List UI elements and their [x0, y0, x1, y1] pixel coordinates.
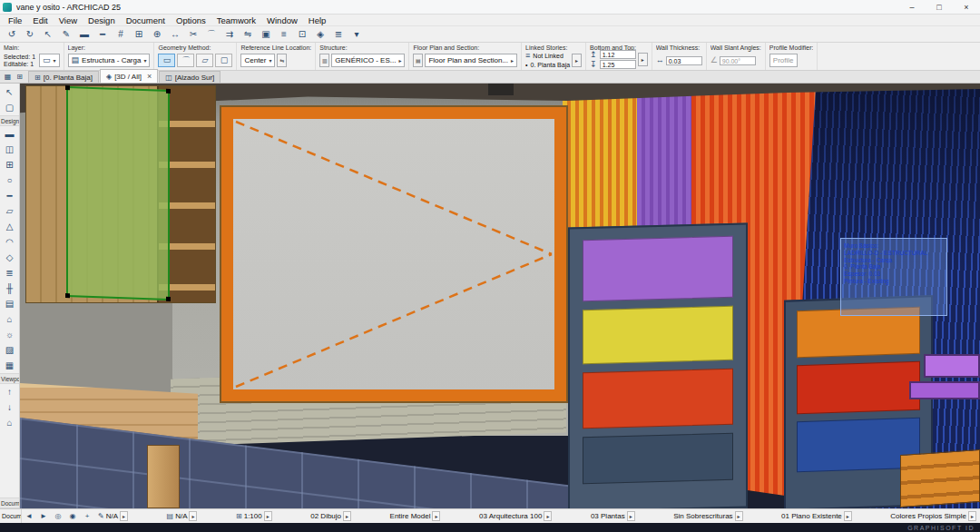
wood-post[interactable] — [147, 445, 180, 508]
visibility-button[interactable]: ◉ — [65, 512, 80, 520]
structure-type-button[interactable]: ▥ — [319, 54, 329, 67]
shell-tool[interactable]: ◠ — [0, 234, 19, 250]
chevron-right-icon[interactable]: ▸ — [264, 511, 272, 521]
view-colors-field[interactable]: Colores Propios Simple ▸ — [890, 511, 976, 521]
tab-0-planta-baja[interactable]: ⊞ [0. Planta Baja] — [28, 71, 99, 83]
layers-button[interactable]: ≡ — [276, 27, 292, 42]
display-mode-button[interactable]: ▤ — [413, 54, 423, 67]
shelf-cubby-dark[interactable] — [583, 433, 733, 484]
selection-handle[interactable] — [65, 85, 70, 90]
roof-tool[interactable]: △ — [0, 219, 19, 234]
scale-field[interactable]: ⊞ 1:100 ▸ — [236, 511, 272, 521]
layer-combination-field[interactable]: 02 Dibujo ▸ — [310, 511, 351, 521]
mesh-tool[interactable]: ▦ — [0, 358, 19, 373]
menu-design[interactable]: Design — [83, 15, 121, 25]
graphic-override-field[interactable]: Sin Sobrescrituras ▸ — [673, 511, 742, 521]
floor-plan-field[interactable]: 03 Plantas ▸ — [591, 511, 635, 521]
shelf-unit-left[interactable] — [568, 222, 748, 508]
menu-document[interactable]: Document — [121, 15, 171, 25]
document-palette-label[interactable]: Docume — [0, 509, 22, 523]
beam-favourite-button[interactable]: ━ — [94, 27, 111, 42]
chevron-right-icon[interactable]: ▸ — [968, 511, 976, 521]
flip-reference-button[interactable]: ⇆ — [277, 54, 287, 67]
structure-display-field[interactable]: Entire Model ▸ — [390, 511, 441, 521]
guide-lines-button[interactable]: ⊞ — [131, 27, 147, 42]
layer-dropdown[interactable]: ▤ Estructura - Carga ▾ — [68, 54, 151, 67]
minimize-button[interactable]: – — [898, 0, 926, 14]
shelf-cubby-yellow[interactable] — [583, 306, 733, 364]
home-story[interactable]: • 0. Planta Baja — [525, 61, 570, 69]
shelf-cubby-red[interactable] — [583, 369, 733, 429]
menu-options[interactable]: Options — [171, 15, 211, 25]
orange-window[interactable] — [221, 107, 566, 401]
zone-tool[interactable]: ▨ — [0, 342, 19, 358]
menu-view[interactable]: View — [54, 15, 83, 25]
orange-planks[interactable] — [900, 449, 980, 507]
snap-points-button[interactable]: ⊕ — [149, 27, 165, 42]
purple-slab-lower[interactable] — [909, 381, 980, 399]
3d-viewport[interactable]: Muro Básico:LADRILLO-D - ESTRUCTURALEstr… — [20, 84, 980, 508]
marquee-tool[interactable]: ▢ — [0, 100, 19, 115]
wall-favourite-button[interactable]: ▬ — [76, 27, 93, 42]
back-button[interactable]: ◄ — [22, 512, 36, 520]
structure-dropdown[interactable]: GENÉRICO - ES... ▸ — [331, 54, 405, 67]
chevron-right-icon[interactable]: ▸ — [189, 511, 197, 521]
chevron-right-icon[interactable]: ▸ — [544, 511, 552, 521]
chevron-right-icon[interactable]: ▸ — [120, 511, 128, 521]
new-tab-button[interactable]: ⊞ — [14, 73, 25, 81]
tab-3d-all[interactable]: ◈ [3D / All] × — [100, 69, 158, 83]
column-tool[interactable]: ○ — [0, 172, 19, 188]
chevron-right-icon[interactable]: ▸ — [627, 511, 635, 521]
viewpoint-home-tool[interactable]: ⌂ — [0, 415, 19, 430]
reference-line-dropdown[interactable]: Center ▾ — [240, 54, 275, 67]
zoom-extent-button[interactable]: ⊡ — [294, 27, 310, 42]
fillet-button[interactable]: ⌒ — [203, 27, 220, 42]
trim-button[interactable]: ✂ — [185, 27, 201, 42]
wall-thickness-input[interactable]: 0.03 — [666, 56, 702, 65]
override-pen-field[interactable]: ▤ N/A ▸ — [167, 511, 198, 521]
redo-button[interactable]: ↻ — [22, 27, 38, 42]
chevron-right-icon[interactable]: ▸ — [844, 511, 852, 521]
viewpoint-up-tool[interactable]: ↑ — [0, 384, 19, 399]
beam-tool[interactable]: ━ — [0, 188, 19, 203]
morph-tool[interactable]: ◇ — [0, 250, 19, 265]
tab-close-icon[interactable]: × — [147, 72, 152, 81]
top-offset-input[interactable]: 1.12 — [600, 50, 636, 59]
chevron-right-icon[interactable]: ▸ — [735, 511, 743, 521]
group-button[interactable]: ▣ — [258, 27, 274, 42]
tracker-button[interactable]: + — [80, 512, 94, 520]
object-tool[interactable]: ⌂ — [0, 311, 19, 327]
selection-handle[interactable] — [65, 293, 70, 298]
pen-set-field[interactable]: ✎ N/A ▸ — [98, 511, 128, 521]
link-state[interactable]: ≡ Not Linked — [525, 52, 570, 60]
geometry-trapezoid-button[interactable]: ▱ — [196, 54, 213, 67]
wood-cabinet[interactable] — [25, 85, 216, 303]
chevron-right-icon[interactable]: ▸ — [343, 511, 351, 521]
stories-button[interactable]: ≣ — [330, 27, 347, 42]
undo-button[interactable]: ↺ — [4, 27, 20, 42]
view-3d-button[interactable]: ◈ — [312, 27, 328, 42]
bottom-offset-input[interactable]: 1.25 — [600, 60, 636, 69]
viewpoint-down-tool[interactable]: ↓ — [0, 399, 19, 415]
arrow-button[interactable]: ↖ — [40, 27, 56, 42]
comment-button[interactable]: ◎ — [51, 512, 65, 520]
selected-glass-panel[interactable] — [66, 86, 170, 300]
forward-button[interactable]: ► — [36, 512, 51, 520]
arrow-tool[interactable]: ↖ — [0, 84, 19, 100]
tab-alzado-sur[interactable]: ◫ [Alzado Sur] — [159, 71, 220, 83]
curtain-wall-tool[interactable]: ▤ — [0, 296, 19, 311]
menu-teamwork[interactable]: Teamwork — [211, 15, 261, 25]
mirror-button[interactable]: ⇋ — [240, 27, 256, 42]
menu-edit[interactable]: Edit — [27, 15, 53, 25]
offset-button[interactable]: ⇉ — [221, 27, 238, 42]
pencil-button[interactable]: ✎ — [58, 27, 74, 42]
floor-plan-section-dropdown[interactable]: Floor Plan and Section... ▸ — [425, 54, 517, 67]
window-tool[interactable]: ⊞ — [0, 157, 19, 172]
dimension-style-field[interactable]: 03 Arquitectura 100 ▸ — [479, 511, 552, 521]
menu-file[interactable]: File — [3, 15, 27, 25]
stair-tool[interactable]: ≣ — [0, 265, 19, 281]
linked-stories-flyout-button[interactable]: ▸ — [572, 54, 582, 67]
menu-help[interactable]: Help — [303, 15, 332, 25]
geometry-straight-button[interactable]: ▭ — [158, 54, 175, 67]
geometry-polygon-button[interactable]: ▢ — [215, 54, 232, 67]
